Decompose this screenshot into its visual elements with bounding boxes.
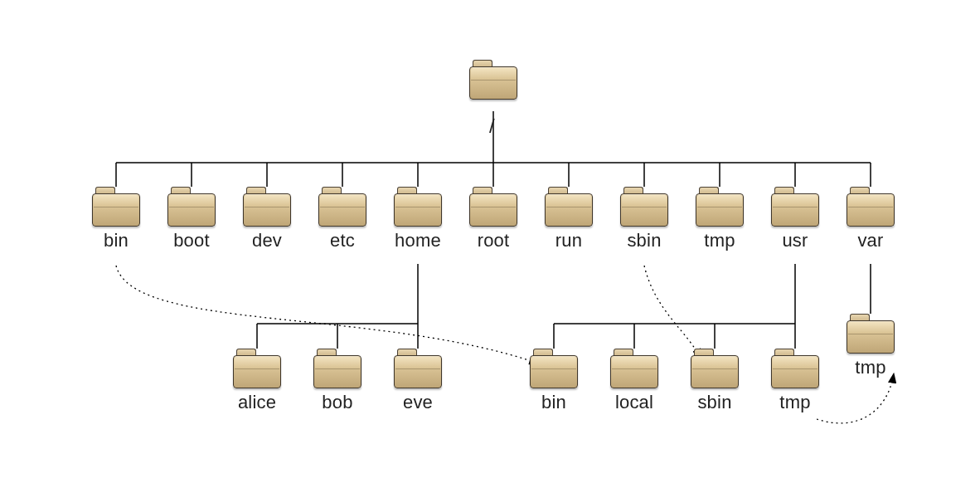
folder-label: alice bbox=[229, 392, 285, 413]
folder-icon bbox=[92, 187, 140, 227]
folder-label: etc bbox=[314, 230, 371, 251]
folder-label: home bbox=[390, 230, 446, 251]
folder-usr-tmp: tmp bbox=[767, 349, 823, 413]
folder-label: bob bbox=[309, 392, 366, 413]
folder-usr-local: local bbox=[606, 349, 662, 413]
folder-icon bbox=[545, 187, 593, 227]
folder-icon bbox=[243, 187, 291, 227]
folder-run: run bbox=[541, 187, 597, 251]
folder-icon bbox=[691, 349, 739, 388]
folder-label: boot bbox=[163, 230, 220, 251]
folder-label: tmp bbox=[842, 357, 899, 378]
folder-sbin: sbin bbox=[616, 187, 672, 251]
folder-root-home: root bbox=[465, 187, 522, 251]
folder-label: eve bbox=[390, 392, 446, 413]
folder-usr: usr bbox=[767, 187, 823, 251]
folder-etc: etc bbox=[314, 187, 371, 251]
folder-icon bbox=[771, 349, 819, 388]
folder-label: dev bbox=[239, 230, 295, 251]
folder-usr-bin: bin bbox=[526, 349, 582, 413]
folder-label: run bbox=[541, 230, 597, 251]
folder-icon bbox=[394, 187, 442, 227]
folder-icon bbox=[233, 349, 281, 388]
folder-icon bbox=[469, 187, 517, 227]
folder-boot: boot bbox=[163, 187, 220, 251]
folder-var-tmp: tmp bbox=[842, 314, 899, 378]
folder-home-eve: eve bbox=[390, 349, 446, 413]
folder-icon bbox=[620, 187, 668, 227]
folder-tmp: tmp bbox=[691, 187, 748, 251]
folder-icon bbox=[167, 187, 216, 227]
folder-home-bob: bob bbox=[309, 349, 366, 413]
folder-bin: bin bbox=[88, 187, 144, 251]
folder-dev: dev bbox=[239, 187, 295, 251]
folder-label: sbin bbox=[686, 392, 743, 413]
folder-label: sbin bbox=[616, 230, 672, 251]
folder-label: local bbox=[606, 392, 662, 413]
folder-label: tmp bbox=[691, 230, 748, 251]
folder-icon bbox=[847, 187, 895, 227]
folder-icon bbox=[610, 349, 658, 388]
folder-label: bin bbox=[88, 230, 144, 251]
folder-icon bbox=[394, 349, 442, 388]
folder-icon bbox=[847, 314, 895, 354]
folder-label: var bbox=[842, 230, 899, 251]
folder-icon bbox=[469, 60, 517, 100]
folder-label: tmp bbox=[767, 392, 823, 413]
folder-home-alice: alice bbox=[229, 349, 285, 413]
folder-root bbox=[465, 60, 522, 100]
root-label: / bbox=[489, 115, 495, 138]
folder-icon bbox=[530, 349, 578, 388]
folder-var: var bbox=[842, 187, 899, 251]
folder-label: root bbox=[465, 230, 522, 251]
filesystem-tree-diagram: { "root_label": "/", "level1": [ { "name… bbox=[0, 0, 980, 488]
folder-icon bbox=[313, 349, 361, 388]
folder-icon bbox=[318, 187, 366, 227]
folder-icon bbox=[771, 187, 819, 227]
folder-usr-sbin: sbin bbox=[686, 349, 743, 413]
folder-home: home bbox=[390, 187, 446, 251]
folder-label: usr bbox=[767, 230, 823, 251]
folder-label: bin bbox=[526, 392, 582, 413]
folder-icon bbox=[696, 187, 744, 227]
